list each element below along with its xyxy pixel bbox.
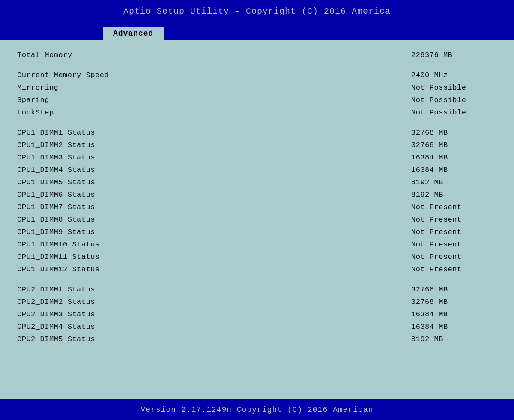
row-label-2: Current Memory Speed <box>17 71 171 79</box>
row-value-14: Not Present <box>411 216 497 224</box>
info-row-12: CPU1_DIMM6 Status8192 MB <box>17 189 497 201</box>
row-value-22: 16384 MB <box>411 310 497 318</box>
row-label-15: CPU1_DIMM9 Status <box>17 228 171 236</box>
row-value-16: Not Present <box>411 240 497 249</box>
row-value-12: 8192 MB <box>411 191 497 199</box>
info-row-16: CPU1_DIMM10 StatusNot Present <box>17 238 497 251</box>
row-label-0: Total Memory <box>17 51 171 59</box>
bios-screen: Aptio Setup Utility – Copyright (C) 2016… <box>0 0 514 420</box>
row-label-3: Mirroring <box>17 84 171 92</box>
row-label-7: CPU1_DIMM1 Status <box>17 129 171 137</box>
info-row-21: CPU2_DIMM2 Status32768 MB <box>17 296 497 308</box>
info-row-22: CPU2_DIMM3 Status16384 MB <box>17 308 497 321</box>
row-value-18: Not Present <box>411 265 497 273</box>
row-label-22: CPU2_DIMM3 Status <box>17 310 171 318</box>
row-value-11: 8192 MB <box>411 178 497 186</box>
row-value-9: 16384 MB <box>411 153 497 162</box>
info-row-3: MirroringNot Possible <box>17 81 497 94</box>
row-value-24: 8192 MB <box>411 335 497 343</box>
row-value-13: Not Present <box>411 203 497 211</box>
info-row-8: CPU1_DIMM2 Status32768 MB <box>17 139 497 151</box>
info-row-14: CPU1_DIMM8 StatusNot Present <box>17 213 497 226</box>
row-value-21: 32768 MB <box>411 298 497 306</box>
row-label-14: CPU1_DIMM8 Status <box>17 216 171 224</box>
row-value-23: 16384 MB <box>411 323 497 331</box>
spacer-6 <box>17 119 497 126</box>
row-label-24: CPU2_DIMM5 Status <box>17 335 171 343</box>
row-label-17: CPU1_DIMM11 Status <box>17 253 171 261</box>
tab-advanced-label: Advanced <box>113 29 153 38</box>
row-label-21: CPU2_DIMM2 Status <box>17 298 171 306</box>
tab-row: Advanced <box>0 22 514 40</box>
info-row-11: CPU1_DIMM5 Status8192 MB <box>17 176 497 189</box>
row-label-4: Sparing <box>17 96 171 104</box>
row-value-8: 32768 MB <box>411 141 497 149</box>
info-row-15: CPU1_DIMM9 StatusNot Present <box>17 226 497 238</box>
spacer-19 <box>17 276 497 283</box>
row-value-5: Not Possible <box>411 108 497 117</box>
row-label-10: CPU1_DIMM4 Status <box>17 166 171 174</box>
info-row-17: CPU1_DIMM11 StatusNot Present <box>17 251 497 263</box>
row-value-7: 32768 MB <box>411 129 497 137</box>
row-value-4: Not Possible <box>411 96 497 104</box>
row-value-20: 32768 MB <box>411 285 497 294</box>
row-label-5: LockStep <box>17 108 171 117</box>
row-label-11: CPU1_DIMM5 Status <box>17 178 171 186</box>
main-content: Total Memory229376 MBCurrent Memory Spee… <box>0 40 514 399</box>
info-row-13: CPU1_DIMM7 StatusNot Present <box>17 201 497 213</box>
row-label-12: CPU1_DIMM6 Status <box>17 191 171 199</box>
row-value-15: Not Present <box>411 228 497 236</box>
info-row-18: CPU1_DIMM12 StatusNot Present <box>17 263 497 276</box>
row-label-16: CPU1_DIMM10 Status <box>17 240 171 249</box>
info-row-2: Current Memory Speed2400 MHz <box>17 69 497 81</box>
status-bar: Version 2.17.1249n Copyright (C) 2016 Am… <box>0 399 514 420</box>
row-label-8: CPU1_DIMM2 Status <box>17 141 171 149</box>
info-row-0: Total Memory229376 MB <box>17 49 497 61</box>
row-label-13: CPU1_DIMM7 Status <box>17 203 171 211</box>
row-label-23: CPU2_DIMM4 Status <box>17 323 171 331</box>
spacer-1 <box>17 61 497 69</box>
info-row-20: CPU2_DIMM1 Status32768 MB <box>17 283 497 296</box>
status-text: Version 2.17.1249n Copyright (C) 2016 Am… <box>141 405 374 414</box>
info-row-24: CPU2_DIMM5 Status8192 MB <box>17 333 497 345</box>
row-value-17: Not Present <box>411 253 497 261</box>
info-row-9: CPU1_DIMM3 Status16384 MB <box>17 151 497 164</box>
row-label-18: CPU1_DIMM12 Status <box>17 265 171 273</box>
row-value-0: 229376 MB <box>411 51 497 59</box>
info-row-7: CPU1_DIMM1 Status32768 MB <box>17 126 497 139</box>
info-row-10: CPU1_DIMM4 Status16384 MB <box>17 164 497 176</box>
title-text: Aptio Setup Utility – Copyright (C) 2016… <box>123 6 391 16</box>
info-row-23: CPU2_DIMM4 Status16384 MB <box>17 321 497 333</box>
row-label-9: CPU1_DIMM3 Status <box>17 153 171 162</box>
row-label-20: CPU2_DIMM1 Status <box>17 285 171 294</box>
title-bar: Aptio Setup Utility – Copyright (C) 2016… <box>0 0 514 22</box>
info-row-5: LockStepNot Possible <box>17 106 497 119</box>
tab-advanced[interactable]: Advanced <box>103 27 164 40</box>
info-row-4: SparingNot Possible <box>17 94 497 106</box>
row-value-3: Not Possible <box>411 84 497 92</box>
rows-container: Total Memory229376 MBCurrent Memory Spee… <box>17 49 497 345</box>
row-value-2: 2400 MHz <box>411 71 497 79</box>
row-value-10: 16384 MB <box>411 166 497 174</box>
